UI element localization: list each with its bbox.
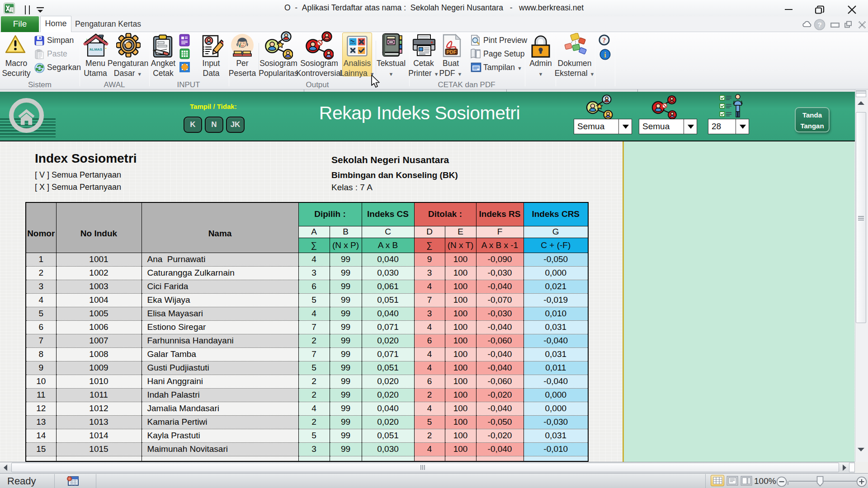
svg-text:ALMAS: ALMAS	[90, 47, 103, 52]
svg-text:?: ?	[603, 37, 606, 44]
svg-text:PDF: PDF	[447, 49, 457, 55]
svg-text:?: ?	[817, 21, 821, 28]
svg-text:i: i	[604, 51, 606, 59]
